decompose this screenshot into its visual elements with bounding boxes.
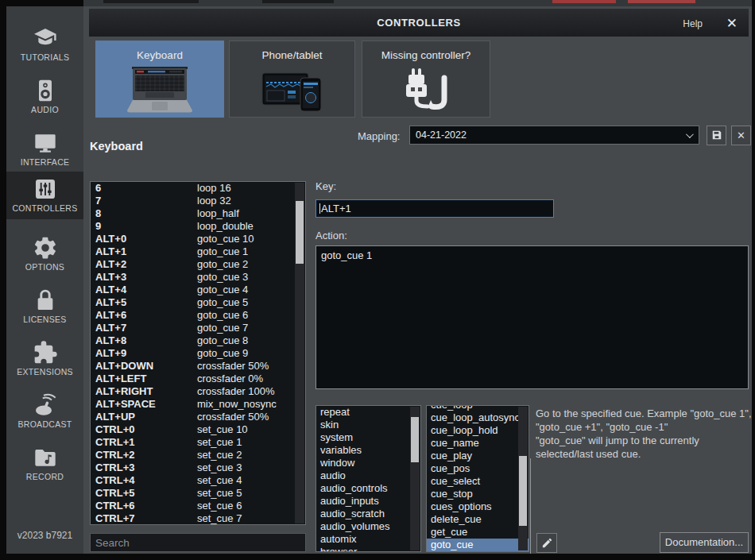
documentation-button[interactable]: Documentation... (660, 532, 749, 553)
list-item[interactable]: get_cue (427, 526, 528, 539)
key-mapping-row[interactable]: ALT+SPACEmix_now_nosync (91, 398, 305, 411)
actions-scrollbar[interactable] (518, 407, 528, 550)
key-mapping-row[interactable]: ALT+RIGHTcrossfader 100% (91, 385, 305, 398)
list-item[interactable]: automix (316, 533, 420, 546)
key-mapping-row[interactable]: ALT+0goto_cue 10 (91, 233, 305, 245)
mapping-key: 7 (91, 195, 197, 207)
key-mapping-row[interactable]: 7loop 32 (91, 195, 305, 207)
key-mapping-row[interactable]: ALT+7goto_cue 7 (91, 322, 305, 334)
help-button[interactable]: Help (683, 18, 703, 29)
key-mapping-row[interactable]: ALT+3goto_cue 3 (91, 271, 305, 284)
list-item[interactable]: audio_inputs (316, 495, 420, 508)
panel-divider (530, 458, 531, 554)
key-mapping-row[interactable]: ALT+2goto_cue 2 (91, 258, 305, 271)
tab-keyboard[interactable]: Keyboard (95, 41, 224, 118)
key-mapping-row[interactable]: ALT+5goto_cue 5 (91, 296, 305, 309)
mapping-action: set_cue 3 (197, 462, 242, 474)
scrollbar-thumb[interactable] (296, 201, 304, 264)
sidebar-item-extensions[interactable]: EXTENSIONS (6, 340, 83, 386)
key-mapping-row[interactable]: ALT+DOWNcrossfader 50% (91, 360, 305, 373)
mapping-action: set_cue 4 (197, 474, 242, 487)
key-mapping-row[interactable]: CTRL+2set_cue 2 (91, 449, 305, 462)
list-item[interactable]: browser (316, 546, 420, 552)
key-mapping-row[interactable]: ALT+9goto_cue 9 (91, 347, 305, 360)
mapping-key: ALT+DOWN (91, 360, 197, 373)
graduation-cap-icon (33, 25, 58, 51)
list-item[interactable]: cue_pos (427, 462, 528, 475)
close-icon[interactable]: ✕ (726, 15, 738, 32)
action-rows: cue_loopcue_loop_autosynccue_loop_holdcu… (427, 405, 528, 551)
key-mapping-row[interactable]: 8loop_half (91, 207, 305, 220)
list-item[interactable]: cue_stop (427, 488, 528, 500)
key-mapping-row[interactable]: CTRL+5set_cue 5 (91, 487, 305, 500)
list-item[interactable]: delete_cue (427, 513, 528, 526)
list-item[interactable]: skin (316, 419, 420, 431)
mapping-key: ALT+4 (91, 284, 197, 296)
categories-scrollbar[interactable] (410, 407, 420, 550)
sidebar-item-record[interactable]: RECORD (6, 445, 83, 491)
tab-missing-controller[interactable]: Missing controller? (362, 41, 490, 118)
key-mapping-row[interactable]: 6loop 16 (91, 182, 305, 195)
list-item[interactable]: cue_loop_hold (427, 424, 528, 437)
save-floppy-icon (711, 129, 722, 141)
delete-mapping-button[interactable]: ✕ (731, 126, 751, 145)
sidebar-item-options[interactable]: OPTIONS (6, 235, 83, 281)
key-mapping-row[interactable]: ALT+8goto_cue 8 (91, 334, 305, 347)
usb-plug-icon (394, 65, 458, 114)
key-mapping-row[interactable]: 9loop_double (91, 220, 305, 233)
sidebar-item-label: INTERFACE (6, 157, 83, 167)
sidebar-item-label: RECORD (6, 472, 83, 481)
list-item[interactable]: cues_options (427, 500, 528, 513)
key-mapping-row[interactable]: ALT+LEFTcrossfader 0% (91, 373, 305, 385)
tab-phone-tablet[interactable]: Phone/tablet (229, 41, 355, 118)
sidebar-item-broadcast[interactable]: BROADCAST (6, 392, 83, 438)
key-mapping-row[interactable]: CTRL+7set_cue 7 (91, 512, 305, 525)
key-mapping-row[interactable]: ALT+1goto_cue 1 (91, 245, 305, 258)
mapping-value: 04-21-2022 (416, 129, 467, 141)
list-item[interactable]: system (316, 431, 420, 444)
mapping-action: crossfader 50% (197, 411, 269, 423)
sidebar-item-audio[interactable]: AUDIO (6, 78, 83, 124)
mapping-select[interactable]: 04-21-2022 (409, 126, 699, 145)
sidebar-item-interface[interactable]: INTERFACE (6, 130, 83, 176)
list-item[interactable]: audio_scratch (316, 508, 420, 520)
list-item[interactable]: audio (316, 469, 420, 482)
key-input[interactable]: ALT+1 (316, 199, 554, 218)
key-mapping-row[interactable]: CTRL+4set_cue 4 (91, 474, 305, 487)
list-item[interactable]: window (316, 457, 420, 469)
list-item[interactable]: cue_select (427, 475, 528, 488)
key-mapping-row[interactable]: ALT+UPcrossfader 50% (91, 411, 305, 423)
scrollbar-thumb[interactable] (411, 417, 419, 462)
list-item[interactable]: variables (316, 444, 420, 457)
key-mapping-row[interactable]: ALT+4goto_cue 4 (91, 284, 305, 296)
mapping-action: set_cue 7 (197, 512, 242, 525)
key-mapping-row[interactable]: CTRL+6set_cue 6 (91, 500, 305, 512)
actions-list[interactable]: cue_loopcue_loop_autosynccue_loop_holdcu… (426, 405, 529, 552)
action-textarea[interactable]: goto_cue 1 (316, 245, 749, 389)
search-input[interactable] (90, 533, 306, 552)
sidebar-item-controllers[interactable]: CONTROLLERS (6, 172, 83, 219)
save-mapping-button[interactable] (707, 126, 726, 145)
mapping-key: ALT+7 (91, 322, 197, 334)
list-item[interactable]: audio_controls (316, 482, 420, 495)
list-item[interactable]: cue_name (427, 437, 528, 450)
sidebar-item-tutorials[interactable]: TUTORIALS (6, 25, 83, 71)
key-mapping-row[interactable]: CTRL+0set_cue 10 (91, 423, 305, 436)
key-mapping-row[interactable]: ALT+6goto_cue 6 (91, 309, 305, 322)
list-item[interactable]: cue_loop (427, 405, 528, 411)
list-item[interactable]: repeat (316, 406, 420, 419)
key-mapping-row[interactable]: CTRL+1set_cue 1 (91, 436, 305, 449)
key-list-scrollbar[interactable] (295, 183, 304, 523)
list-item[interactable]: goto_cue (427, 539, 528, 551)
action-categories-list[interactable]: repeatskinsystemvariableswindowaudioaudi… (316, 405, 421, 552)
scrollbar-thumb[interactable] (519, 456, 527, 526)
list-item[interactable]: cue_play (427, 450, 528, 462)
mapping-action: goto_cue 9 (197, 347, 248, 360)
key-mapping-row[interactable]: CTRL+3set_cue 3 (91, 462, 305, 474)
key-mapping-list[interactable]: 6loop 167loop 328loop_half9loop_doubleAL… (90, 181, 306, 525)
list-item[interactable]: cue_loop_autosync (427, 411, 528, 424)
list-item[interactable]: audio_volumes (316, 520, 420, 533)
sidebar-item-label: OPTIONS (6, 262, 83, 272)
edit-action-button[interactable] (536, 533, 557, 553)
sidebar-item-licenses[interactable]: LICENSES (6, 288, 83, 334)
